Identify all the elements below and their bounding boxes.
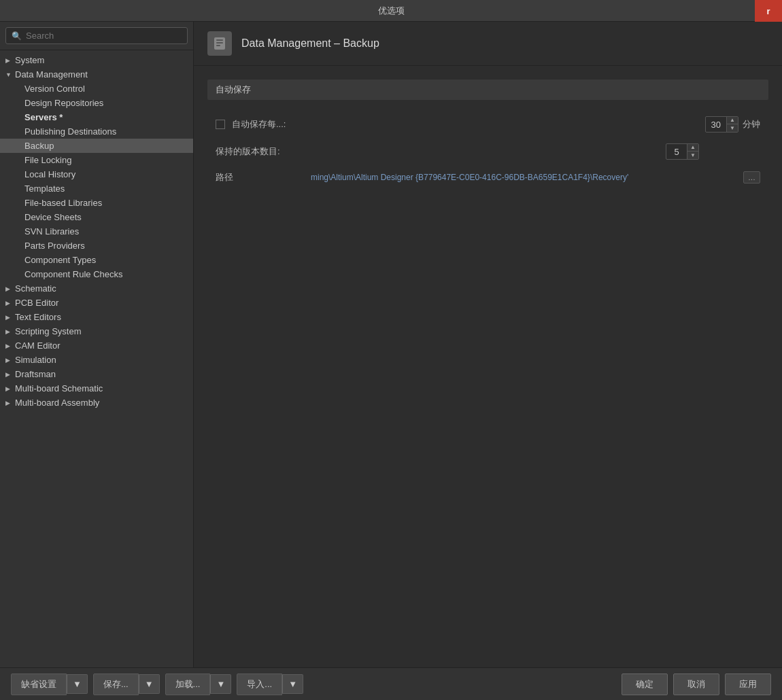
sidebar-item-templates[interactable]: Templates [0, 181, 193, 196]
close-button[interactable]: r [755, 0, 782, 22]
sidebar-item-component-rule-checks[interactable]: Component Rule Checks [0, 267, 193, 281]
sidebar-label-design-repositories: Design Repositories [24, 98, 188, 108]
sidebar-item-schematic[interactable]: ▶Schematic [0, 281, 193, 296]
title-bar: 优选项 r [0, 0, 782, 22]
confirm-buttons: 确定 取消 应用 [622, 673, 771, 695]
search-box: 🔍 [0, 22, 193, 50]
tree-arrow-cam-editor: ▶ [5, 343, 15, 349]
path-browse-button[interactable]: … [743, 171, 760, 183]
tree-arrow-scripting-system: ▶ [5, 328, 15, 335]
save-arrow[interactable]: ▼ [139, 674, 160, 694]
tree-arrow-multi-board-assembly: ▶ [5, 400, 15, 406]
autosave-value-wrap: 30 ▲ ▼ 分钟 [705, 116, 760, 133]
autosave-unit: 分钟 [743, 118, 760, 130]
apply-button[interactable]: 应用 [725, 673, 771, 695]
sidebar-item-component-types[interactable]: Component Types [0, 253, 193, 267]
sidebar-label-templates: Templates [24, 183, 188, 194]
sidebar: 🔍 ▶System▼Data ManagementVersion Control… [0, 22, 194, 667]
autosave-decrement[interactable]: ▼ [727, 124, 738, 132]
search-input-wrap[interactable]: 🔍 [5, 27, 188, 44]
sidebar-label-backup: Backup [24, 141, 188, 151]
sidebar-item-scripting-system[interactable]: ▶Scripting System [0, 324, 193, 338]
content-body: 自动保存 自动保存每...: 30 ▲ ▼ 分钟 [194, 66, 782, 667]
sidebar-label-device-sheets: Device Sheets [24, 212, 188, 222]
keep-versions-value-wrap: 5 ▲ ▼ [666, 143, 699, 160]
sidebar-item-text-editors[interactable]: ▶Text Editors [0, 310, 193, 324]
sidebar-label-simulation: Simulation [15, 355, 188, 365]
autosave-number-value: 30 [706, 118, 726, 131]
sidebar-label-system: System [15, 55, 188, 65]
keep-versions-number-input[interactable]: 5 ▲ ▼ [666, 143, 699, 160]
search-input[interactable] [26, 31, 182, 41]
page-title: Data Management – Backup [241, 37, 379, 50]
sidebar-item-system[interactable]: ▶System [0, 53, 193, 67]
sidebar-label-file-locking: File Locking [24, 155, 188, 165]
sidebar-label-text-editors: Text Editors [15, 312, 188, 322]
svg-rect-1 [216, 39, 223, 41]
default-settings-button[interactable]: 缺省设置 [11, 673, 67, 695]
sidebar-item-parts-providers[interactable]: Parts Providers [0, 239, 193, 253]
content-header: Data Management – Backup [194, 22, 782, 66]
import-arrow[interactable]: ▼ [282, 674, 303, 694]
tree-arrow-schematic: ▶ [5, 285, 15, 292]
sidebar-item-multi-board-assembly[interactable]: ▶Multi-board Assembly [0, 396, 193, 410]
sidebar-item-backup[interactable]: Backup [0, 139, 193, 153]
tree-arrow-data-management: ▼ [5, 71, 15, 78]
keep-versions-value: 5 [666, 145, 687, 158]
tree-arrow-system: ▶ [5, 57, 15, 64]
sidebar-label-scripting-system: Scripting System [15, 326, 188, 336]
keep-versions-spinners: ▲ ▼ [687, 144, 698, 159]
sidebar-item-servers[interactable]: Servers * [0, 110, 193, 124]
cancel-button[interactable]: 取消 [673, 673, 719, 695]
sidebar-item-multi-board-schematic[interactable]: ▶Multi-board Schematic [0, 381, 193, 396]
autosave-checkbox[interactable] [216, 120, 225, 129]
sidebar-item-cam-editor[interactable]: ▶CAM Editor [0, 338, 193, 353]
sidebar-label-local-history: Local History [24, 169, 188, 179]
sidebar-item-draftsman[interactable]: ▶Draftsman [0, 367, 193, 381]
keep-versions-increment[interactable]: ▲ [687, 144, 698, 152]
sidebar-label-parts-providers: Parts Providers [24, 241, 188, 251]
sidebar-item-design-repositories[interactable]: Design Repositories [0, 96, 193, 110]
import-button[interactable]: 导入... [237, 673, 282, 695]
sidebar-item-file-locking[interactable]: File Locking [0, 153, 193, 167]
autosave-increment[interactable]: ▲ [727, 117, 738, 124]
keep-versions-decrement[interactable]: ▼ [687, 152, 698, 159]
sidebar-item-simulation[interactable]: ▶Simulation [0, 353, 193, 367]
autosave-checkbox-wrap: 自动保存每...: [216, 118, 286, 130]
save-button[interactable]: 保存... [93, 673, 139, 695]
sidebar-label-schematic: Schematic [15, 283, 188, 294]
save-group: 保存... ▼ [93, 673, 160, 695]
sidebar-item-data-management[interactable]: ▼Data Management [0, 67, 193, 82]
tree-arrow-draftsman: ▶ [5, 371, 15, 378]
main-layout: 🔍 ▶System▼Data ManagementVersion Control… [0, 22, 782, 667]
sidebar-label-publishing-destinations: Publishing Destinations [24, 126, 188, 137]
keep-versions-row: 保持的版本数目: 5 ▲ ▼ [207, 138, 768, 165]
sidebar-item-local-history[interactable]: Local History [0, 167, 193, 181]
sidebar-item-svn-libraries[interactable]: SVN Libraries [0, 224, 193, 239]
sidebar-label-component-rule-checks: Component Rule Checks [24, 269, 188, 279]
svg-rect-3 [216, 45, 220, 46]
default-settings-arrow[interactable]: ▼ [67, 674, 88, 694]
load-button[interactable]: 加载... [165, 673, 211, 695]
sidebar-item-version-control[interactable]: Version Control [0, 82, 193, 96]
autosave-interval-row: 自动保存每...: 30 ▲ ▼ 分钟 [207, 111, 768, 138]
tree-arrow-multi-board-schematic: ▶ [5, 385, 15, 392]
sidebar-item-pcb-editor[interactable]: ▶PCB Editor [0, 296, 193, 310]
confirm-button[interactable]: 确定 [622, 673, 668, 695]
sidebar-item-device-sheets[interactable]: Device Sheets [0, 210, 193, 224]
path-value: ming\Altium\Altium Designer {B779647E-C0… [311, 173, 739, 182]
sidebar-item-file-based-libraries[interactable]: File-based Libraries [0, 196, 193, 210]
load-group: 加载... ▼ [165, 673, 232, 695]
import-group: 导入... ▼ [237, 673, 303, 695]
load-arrow[interactable]: ▼ [210, 674, 231, 694]
autosave-spinners: ▲ ▼ [726, 117, 738, 132]
svg-rect-2 [216, 42, 223, 43]
sidebar-label-data-management: Data Management [15, 69, 188, 80]
autosave-label: 自动保存每...: [232, 118, 286, 130]
sidebar-item-publishing-destinations[interactable]: Publishing Destinations [0, 124, 193, 139]
sidebar-label-servers: Servers * [24, 112, 188, 122]
sidebar-tree: ▶System▼Data ManagementVersion ControlDe… [0, 50, 193, 667]
sidebar-label-file-based-libraries: File-based Libraries [24, 198, 188, 208]
autosave-number-input[interactable]: 30 ▲ ▼ [705, 116, 738, 133]
path-label: 路径 [216, 171, 304, 183]
